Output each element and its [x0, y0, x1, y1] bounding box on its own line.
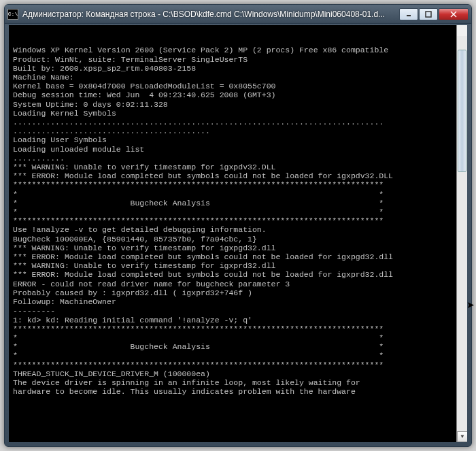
terminal-line: hardware to become idle. This usually in… [13, 387, 463, 396]
terminal-line: Loading Kernel Symbols [13, 109, 463, 118]
window-controls [399, 8, 469, 20]
titlebar[interactable]: C:\ Администратор: Командная строка - C:… [5, 5, 471, 24]
terminal-line: BugCheck 100000EA, {85901440, 857357b0, … [13, 235, 463, 244]
scroll-thumb[interactable] [458, 50, 466, 172]
terminal-line: * Bugcheck Analysis * [13, 199, 463, 207]
terminal-line: Followup: MachineOwner [13, 297, 463, 306]
terminal-line: *** ERROR: Module load completed but sym… [13, 252, 463, 261]
terminal-line: Kernel base = 0x804d7000 PsLoadedModuleL… [13, 82, 463, 90]
vertical-scrollbar[interactable]: ▲ ▼ [456, 25, 467, 442]
terminal-line: THREAD_STUCK_IN_DEVICE_DRIVER_M (100000e… [13, 369, 463, 378]
window-title: Администратор: Командная строка - C:\BSO… [22, 10, 399, 19]
terminal-line: System Uptime: 0 days 0:02:11.328 [13, 100, 463, 109]
terminal-line: Windows XP Kernel Version 2600 (Service … [13, 46, 463, 54]
terminal-line: ****************************************… [13, 324, 463, 333]
maximize-button[interactable] [419, 8, 438, 20]
maximize-icon [425, 11, 432, 18]
terminal-line: Probably caused by : igxprd32.dll ( igxp… [13, 288, 463, 297]
svg-rect-1 [426, 12, 431, 17]
terminal-line: *** WARNING: Unable to verify timestamp … [13, 163, 463, 171]
terminal-line: 1: kd> kd: Reading initial command '!ana… [13, 316, 463, 324]
terminal-line: *** WARNING: Unable to verify timestamp … [13, 244, 463, 252]
close-icon [449, 11, 458, 18]
terminal-line: ERROR - could not read driver name for b… [13, 280, 463, 288]
terminal-line: *** ERROR: Module load completed but sym… [13, 171, 463, 180]
terminal-line: Debug session time: Wed Jun 4 09:23:40.6… [13, 90, 463, 99]
terminal-line: * Bugcheck Analysis * [13, 342, 463, 351]
terminal-line: ****************************************… [13, 216, 463, 225]
minimize-icon [405, 11, 412, 18]
terminal-line: ****************************************… [13, 180, 463, 189]
scroll-track[interactable] [457, 36, 467, 431]
terminal-line: Loading unloaded module list [13, 145, 463, 154]
terminal-line: Built by: 2600.xpsp_sp2_rtm.040803-2158 [13, 64, 463, 73]
terminal-line: * * [13, 207, 463, 216]
terminal-line: --------- [13, 306, 463, 315]
terminal-output[interactable]: Windows XP Kernel Version 2600 (Service … [9, 25, 467, 442]
cmd-icon: C:\ [7, 9, 18, 20]
terminal-line: *** ERROR: Module load completed but sym… [13, 270, 463, 279]
terminal-window: C:\ Администратор: Командная строка - C:… [4, 4, 472, 447]
terminal-line: * * [13, 351, 463, 360]
terminal-line: ........................................… [13, 118, 463, 127]
terminal-line: ........................................… [13, 127, 463, 135]
terminal-line: ........... [13, 154, 463, 163]
close-button[interactable] [439, 8, 469, 20]
terminal-line: The device driver is spinning in an infi… [13, 378, 463, 387]
terminal-line: * * [13, 190, 463, 199]
minimize-button[interactable] [399, 8, 418, 20]
terminal-line: Use !analyze -v to get detailed debuggin… [13, 225, 463, 234]
terminal-line: * * [13, 333, 463, 342]
terminal-line: ****************************************… [13, 361, 463, 369]
scroll-down-arrow-icon[interactable]: ▼ [457, 431, 467, 442]
terminal-line: Machine Name: [13, 73, 463, 82]
terminal-line: *** WARNING: Unable to verify timestamp … [13, 261, 463, 270]
terminal-line: Product: WinNt, suite: TerminalServer Si… [13, 55, 463, 64]
terminal-line: Loading User Symbols [13, 135, 463, 144]
